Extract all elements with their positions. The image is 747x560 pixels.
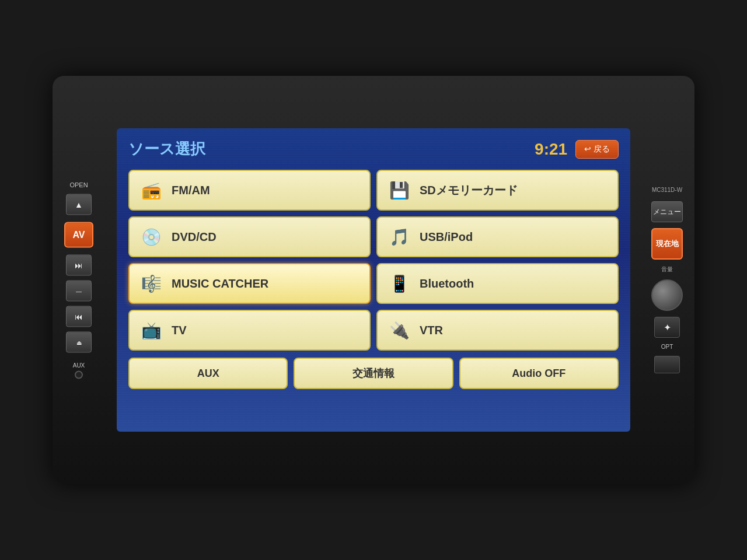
main-screen: ソース選択 9:21 ↩ 戻る 📻FM/AM💾SDメモリーカード💿DVD/CD🎵… <box>117 128 630 432</box>
sd-label: SDメモリーカード <box>420 183 518 198</box>
time-display: 9:21 <box>535 140 567 159</box>
source-btn-fmam[interactable]: 📻FM/AM <box>128 170 371 211</box>
dvdcd-label: DVD/CD <box>172 230 217 244</box>
car-unit: OPEN ▲ AV ⏭ — ⏮ ⏏ AUX ソース選択 9:21 ↩ 戻る 📻F… <box>53 76 694 484</box>
aux-label: AUX <box>73 362 85 369</box>
right-controls: MC311D-W メニュー 現在地 音量 ✦ OPT <box>645 181 689 379</box>
opt-label: OPT <box>661 344 673 350</box>
fmam-label: FM/AM <box>172 184 210 197</box>
opt-button[interactable] <box>654 356 680 373</box>
volume-knob[interactable] <box>651 279 683 311</box>
source-btn-music-catcher[interactable]: 🎼MUSIC CATCHER <box>128 263 371 304</box>
source-grid: 📻FM/AM💾SDメモリーカード💿DVD/CD🎵USB/iPod🎼MUSIC C… <box>128 170 619 351</box>
audio-off-label: Audio OFF <box>512 368 566 380</box>
bottom-row: AUX交通情報Audio OFF <box>128 358 619 389</box>
dvdcd-icon: 💿 <box>138 223 165 250</box>
source-btn-usb[interactable]: 🎵USB/iPod <box>376 216 619 257</box>
model-label: MC311D-W <box>652 187 682 193</box>
back-button[interactable]: ↩ 戻る <box>575 140 619 159</box>
music-catcher-icon: 🎼 <box>138 270 165 297</box>
bluetooth-label: Bluetooth <box>420 277 474 290</box>
usb-label: USB/iPod <box>420 230 473 244</box>
aux-label: AUX <box>197 368 219 380</box>
traffic-label: 交通情報 <box>352 366 395 380</box>
vtr-label: VTR <box>420 324 443 337</box>
music-catcher-label: MUSIC CATCHER <box>172 277 268 290</box>
star-button[interactable]: ✦ <box>654 317 680 338</box>
tv-label: TV <box>172 324 187 337</box>
source-btn-tv[interactable]: 📺TV <box>128 310 371 351</box>
source-btn-sd[interactable]: 💾SDメモリーカード <box>376 170 619 211</box>
skip-forward-button[interactable]: ⏭ <box>66 255 92 276</box>
source-btn-dvdcd[interactable]: 💿DVD/CD <box>128 216 371 257</box>
aux-area: AUX <box>73 362 85 379</box>
vtr-icon: 🔌 <box>386 317 413 344</box>
skip-back-button[interactable]: ⏮ <box>66 306 92 327</box>
source-btn-vtr[interactable]: 🔌VTR <box>376 310 619 351</box>
usb-icon: 🎵 <box>386 223 413 250</box>
screen-header: ソース選択 9:21 ↩ 戻る <box>128 139 619 159</box>
av-button[interactable]: AV <box>64 222 93 248</box>
open-label: OPEN <box>69 181 88 188</box>
left-controls: OPEN ▲ AV ⏭ — ⏮ ⏏ AUX <box>58 176 99 385</box>
bottom-btn-aux[interactable]: AUX <box>128 358 288 389</box>
header-right: 9:21 ↩ 戻る <box>535 140 619 159</box>
bluetooth-icon: 📱 <box>386 270 413 297</box>
bottom-btn-traffic[interactable]: 交通情報 <box>294 358 453 389</box>
menu-button[interactable]: メニュー <box>651 201 683 222</box>
eject2-button[interactable]: ⏏ <box>66 332 92 353</box>
bottom-btn-audio-off[interactable]: Audio OFF <box>459 358 619 389</box>
eject-button[interactable]: ▲ <box>66 194 92 215</box>
screen-title: ソース選択 <box>128 139 205 159</box>
fmam-icon: 📻 <box>138 177 165 204</box>
source-btn-bluetooth[interactable]: 📱Bluetooth <box>376 263 619 304</box>
aux-jack[interactable] <box>75 371 83 379</box>
sd-icon: 💾 <box>386 177 413 204</box>
star-icon: ✦ <box>664 322 671 333</box>
volume-label: 音量 <box>661 265 673 274</box>
dash-button[interactable]: — <box>66 281 92 302</box>
genzaichi-button[interactable]: 現在地 <box>651 228 683 260</box>
tv-icon: 📺 <box>138 317 165 344</box>
